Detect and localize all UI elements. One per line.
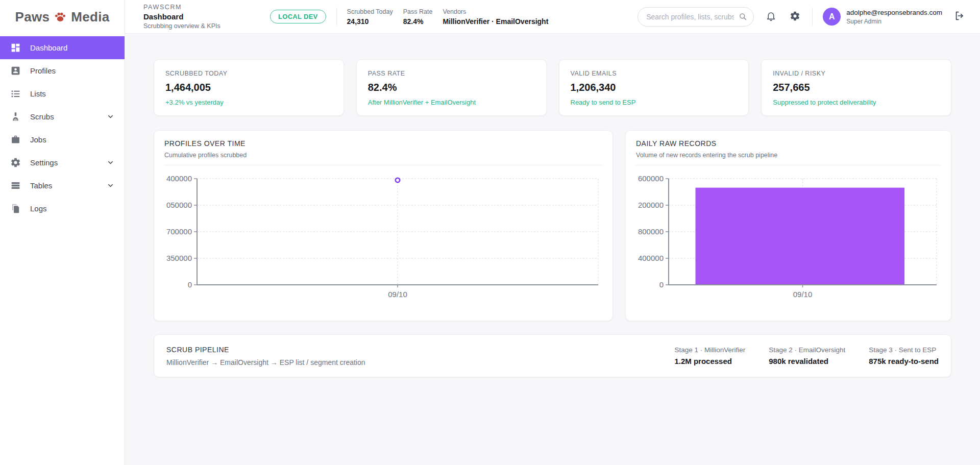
svg-text:0: 0 xyxy=(188,280,192,289)
sidebar-nav: Dashboard Profiles Lists Scrubs Jobs xyxy=(0,36,125,220)
brand-word-right: Media xyxy=(71,9,109,25)
profiles-over-time-card: PROFILES OVER TIME Cumulative profiles s… xyxy=(154,130,613,321)
kpi-value: 257,665 xyxy=(773,82,940,93)
avatar[interactable]: A xyxy=(823,8,841,26)
topbar-divider xyxy=(812,8,813,26)
user-menu: A adolphe@responsebrands.com Super Admin xyxy=(823,8,942,26)
kpi-note: +3.2% vs yesterday xyxy=(165,99,332,106)
page-title: Dashboard xyxy=(143,12,260,21)
svg-text:09/10: 09/10 xyxy=(388,290,407,299)
search-input[interactable] xyxy=(638,7,754,27)
stat-value: 82.4% xyxy=(403,17,433,26)
sidebar: Paws Media Dashboard Profiles Lists Scru… xyxy=(0,0,125,465)
briefcase-icon xyxy=(10,134,21,145)
chevron-down-icon xyxy=(107,113,114,120)
notifications-button[interactable] xyxy=(764,9,778,25)
charts-row: PROFILES OVER TIME Cumulative profiles s… xyxy=(154,130,951,321)
stage-value: 980k revalidated xyxy=(769,357,845,365)
sidebar-item-label: Dashboard xyxy=(30,43,67,52)
daily-raw-records-card: DAILY RAW RECORDS Volume of new records … xyxy=(625,130,951,321)
user-role: Super Admin xyxy=(846,18,942,25)
sidebar-item-label: Logs xyxy=(30,204,47,213)
kpi-label: INVALID / RISKY xyxy=(773,70,940,77)
kpi-card-pass-rate: PASS RATE 82.4% After MillionVerifier + … xyxy=(356,59,547,116)
svg-text:400000: 400000 xyxy=(638,254,664,262)
chart-title: PROFILES OVER TIME xyxy=(164,139,602,148)
kpi-note: Ready to send to ESP xyxy=(571,99,738,106)
pipeline-title: SCRUB PIPELINE xyxy=(166,346,365,354)
stat-value: MillionVerifier · EmailOversight xyxy=(443,17,548,26)
sidebar-item-label: Tables xyxy=(30,181,52,190)
svg-text:050000: 050000 xyxy=(166,201,192,209)
svg-text:09/10: 09/10 xyxy=(793,290,813,299)
gear-icon xyxy=(10,157,21,168)
sidebar-item-label: Scrubs xyxy=(30,112,54,121)
pipeline-stage-3: Stage 3 · Sent to ESP 875k ready-to-send xyxy=(869,346,939,365)
scrub-pipeline-card: SCRUB PIPELINE MillionVerifier → EmailOv… xyxy=(154,334,951,377)
stage-value: 1.2M processed xyxy=(674,357,745,365)
stat-label: Scrubbed Today xyxy=(347,8,393,15)
search-box xyxy=(638,7,754,27)
stat-vendors: Vendors MillionVerifier · EmailOversight xyxy=(443,8,548,26)
sidebar-item-logs[interactable]: Logs xyxy=(0,197,125,220)
sidebar-item-dashboard[interactable]: Dashboard xyxy=(0,36,125,59)
svg-text:800000: 800000 xyxy=(638,227,664,236)
brand-word-left: Paws xyxy=(15,9,50,25)
kpi-value: 1,464,005 xyxy=(165,82,332,93)
kpi-label: SCRUBBED TODAY xyxy=(165,70,332,77)
stat-label: Vendors xyxy=(443,8,548,15)
sidebar-item-label: Settings xyxy=(30,158,58,167)
sidebar-item-jobs[interactable]: Jobs xyxy=(0,128,125,151)
chevron-down-icon xyxy=(107,159,114,166)
svg-text:200000: 200000 xyxy=(638,201,664,209)
broom-icon xyxy=(10,111,21,123)
kpi-value: 1,206,340 xyxy=(571,82,738,93)
pipeline-stage-2: Stage 2 · EmailOversight 980k revalidate… xyxy=(769,346,845,365)
sidebar-item-tables[interactable]: Tables xyxy=(0,174,125,197)
stage-value: 875k ready-to-send xyxy=(869,357,939,365)
stat-pass-rate: Pass Rate 82.4% xyxy=(403,8,433,26)
stage-label: Stage 2 · EmailOversight xyxy=(769,346,845,354)
svg-text:700000: 700000 xyxy=(166,227,192,236)
stat-value: 24,310 xyxy=(347,17,393,26)
daily-raw-records-chart: 600000200000800000400000009/10 xyxy=(636,174,941,303)
page-subtitle: Scrubbing overview & KPIs xyxy=(143,22,260,30)
user-info: adolphe@responsebrands.com Super Admin xyxy=(846,9,942,25)
divider xyxy=(636,165,941,165)
app-root: Paws Media Dashboard Profiles Lists Scru… xyxy=(0,0,980,465)
sidebar-item-lists[interactable]: Lists xyxy=(0,82,125,105)
list-icon xyxy=(10,88,21,100)
stat-label: Pass Rate xyxy=(403,8,433,15)
search-icon xyxy=(738,12,748,23)
kpi-note: Suppressed to protect deliverability xyxy=(773,99,940,106)
app-name: PAWSCRM xyxy=(143,4,260,11)
topbar-divider xyxy=(336,8,337,26)
pipeline-flow: MillionVerifier → EmailOversight → ESP l… xyxy=(166,358,365,366)
kpi-card-invalid-risky: INVALID / RISKY 257,665 Suppressed to pr… xyxy=(761,59,951,116)
chart-subtitle: Volume of new records entering the scrub… xyxy=(636,152,941,159)
divider xyxy=(164,165,602,165)
settings-button[interactable] xyxy=(788,9,802,25)
sidebar-item-label: Lists xyxy=(30,89,46,98)
sidebar-item-settings[interactable]: Settings xyxy=(0,151,125,174)
svg-text:350000: 350000 xyxy=(166,254,192,262)
chart-title: DAILY RAW RECORDS xyxy=(636,139,941,148)
kpi-label: PASS RATE xyxy=(368,70,535,77)
stage-label: Stage 1 · MillionVerifier xyxy=(674,346,745,354)
sidebar-item-profiles[interactable]: Profiles xyxy=(0,59,125,82)
logout-button[interactable] xyxy=(952,9,967,25)
chart-subtitle: Cumulative profiles scrubbed xyxy=(164,152,602,159)
kpi-card-scrubbed-today: SCRUBBED TODAY 1,464,005 +3.2% vs yester… xyxy=(154,59,344,116)
sidebar-item-scrubs[interactable]: Scrubs xyxy=(0,105,125,128)
pages-icon xyxy=(10,203,21,214)
svg-text:600000: 600000 xyxy=(638,174,664,183)
logout-icon xyxy=(954,10,965,23)
dashboard-content: SCRUBBED TODAY 1,464,005 +3.2% vs yester… xyxy=(125,34,980,465)
svg-text:400000: 400000 xyxy=(166,174,192,183)
kpi-note: After MillionVerifier + EmailOversight xyxy=(368,99,535,106)
paw-icon xyxy=(53,10,67,24)
svg-text:0: 0 xyxy=(659,280,664,289)
env-badge: LOCAL DEV xyxy=(270,10,326,23)
profiles-over-time-chart: 400000050000700000350000009/10 xyxy=(164,174,602,303)
page-heading: PAWSCRM Dashboard Scrubbing overview & K… xyxy=(143,4,260,30)
